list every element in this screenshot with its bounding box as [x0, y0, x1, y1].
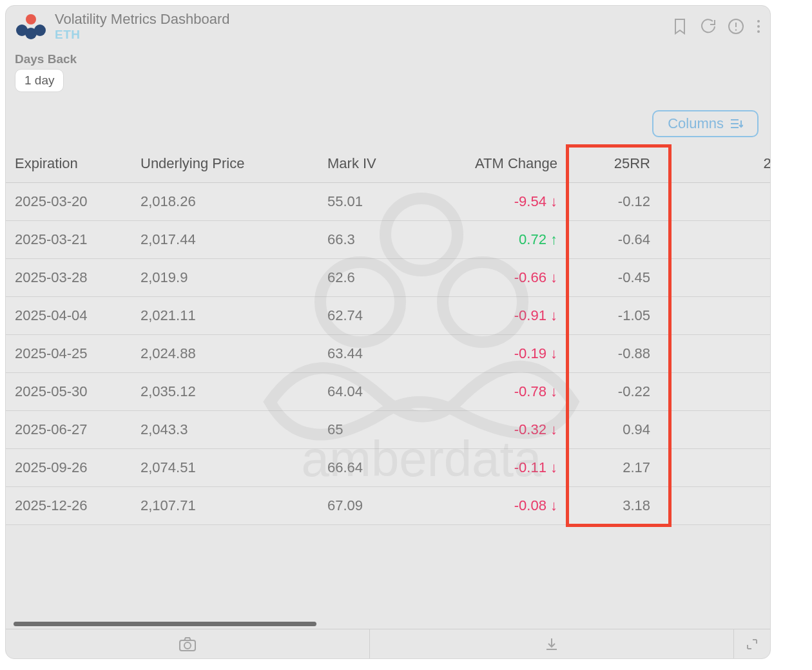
- brand-logo: [15, 12, 47, 41]
- cell-25rr: -0.88: [566, 335, 670, 373]
- columns-button[interactable]: Columns: [652, 110, 759, 137]
- col-header-mark-iv[interactable]: Mark IV: [318, 145, 450, 183]
- cell-expiration: 2025-09-26: [6, 449, 131, 487]
- screenshot-button[interactable]: [6, 629, 370, 658]
- svg-point-9: [757, 30, 760, 33]
- svg-point-0: [26, 14, 36, 24]
- cell-mark-iv: 55.01: [318, 183, 450, 221]
- columns-button-label: Columns: [668, 115, 724, 132]
- cell-mark-iv: 67.09: [318, 487, 450, 525]
- cell-underlying: 2,019.9: [131, 259, 318, 297]
- cell-25rr-change: 0.61: [670, 487, 770, 525]
- col-header-25rr[interactable]: 25RR: [566, 145, 670, 183]
- cell-mark-iv: 66.64: [318, 449, 450, 487]
- table-row[interactable]: 2025-06-272,043.365-0.320.941.08: [6, 411, 770, 449]
- dashboard-panel: Volatility Metrics Dashboard ETH Days Ba…: [5, 5, 771, 659]
- cell-underlying: 2,018.26: [131, 183, 318, 221]
- cell-expiration: 2025-03-28: [6, 259, 131, 297]
- cell-25rr-change: 0.55: [670, 297, 770, 335]
- cell-mark-iv: 63.44: [318, 335, 450, 373]
- page-title: Volatility Metrics Dashboard: [55, 11, 229, 28]
- cell-atm-change: -9.54: [450, 183, 566, 221]
- cell-mark-iv: 65: [318, 411, 450, 449]
- svg-point-6: [735, 29, 737, 30]
- cell-mark-iv: 64.04: [318, 373, 450, 411]
- cell-expiration: 2025-06-27: [6, 411, 131, 449]
- alert-icon[interactable]: [728, 18, 744, 35]
- table-row[interactable]: 2025-03-212,017.4466.30.72-0.642.64: [6, 221, 770, 259]
- cell-underlying: 2,021.11: [131, 297, 318, 335]
- cell-expiration: 2025-03-21: [6, 221, 131, 259]
- svg-point-7: [757, 20, 760, 23]
- bookmark-icon[interactable]: [672, 18, 688, 35]
- col-header-expiration[interactable]: Expiration: [6, 145, 131, 183]
- cell-25rr-change: 1.07: [670, 335, 770, 373]
- cell-underlying: 2,074.51: [131, 449, 318, 487]
- cell-25rr: 0.94: [566, 411, 670, 449]
- cell-25rr: 3.18: [566, 487, 670, 525]
- days-back-label: Days Back: [15, 52, 761, 66]
- cell-underlying: 2,043.3: [131, 411, 318, 449]
- cell-25rr-change: 1.08: [670, 411, 770, 449]
- table-row[interactable]: 2025-12-262,107.7167.09-0.083.180.61: [6, 487, 770, 525]
- col-header-25rr-ch[interactable]: 25RR Ch: [670, 145, 770, 183]
- svg-point-3: [34, 24, 46, 36]
- cell-atm-change: -0.32: [450, 411, 566, 449]
- footer-toolbar: [6, 629, 770, 658]
- svg-point-8: [757, 25, 760, 28]
- svg-point-18: [184, 642, 191, 649]
- cell-mark-iv: 62.74: [318, 297, 450, 335]
- panel-header: Volatility Metrics Dashboard ETH: [6, 6, 770, 52]
- filter-bar: Days Back 1 day: [6, 52, 770, 97]
- cell-mark-iv: 66.3: [318, 221, 450, 259]
- cell-atm-change: 0.72: [450, 221, 566, 259]
- cell-atm-change: -0.11: [450, 449, 566, 487]
- cell-25rr: -0.64: [566, 221, 670, 259]
- cell-25rr-change: 2.64: [670, 221, 770, 259]
- cell-expiration: 2025-05-30: [6, 373, 131, 411]
- cell-mark-iv: 62.6: [318, 259, 450, 297]
- table-row[interactable]: 2025-05-302,035.1264.04-0.78-0.221.00: [6, 373, 770, 411]
- cell-25rr-change: 1.00: [670, 373, 770, 411]
- cell-25rr-change: 0.52: [670, 449, 770, 487]
- cell-underlying: 2,107.71: [131, 487, 318, 525]
- horizontal-scrollbar[interactable]: [14, 622, 316, 626]
- cell-atm-change: -0.91: [450, 297, 566, 335]
- cell-atm-change: -0.78: [450, 373, 566, 411]
- cell-expiration: 2025-12-26: [6, 487, 131, 525]
- cell-expiration: 2025-03-20: [6, 183, 131, 221]
- cell-atm-change: -0.66: [450, 259, 566, 297]
- cell-25rr: -0.12: [566, 183, 670, 221]
- cell-expiration: 2025-04-04: [6, 297, 131, 335]
- cell-25rr: -1.05: [566, 297, 670, 335]
- download-button[interactable]: [370, 629, 734, 658]
- table-row[interactable]: 2025-09-262,074.5166.64-0.112.170.52: [6, 449, 770, 487]
- col-header-atm-change[interactable]: ATM Change: [450, 145, 566, 183]
- asset-symbol: ETH: [55, 28, 229, 42]
- table-row[interactable]: 2025-04-252,024.8863.44-0.19-0.881.07: [6, 335, 770, 373]
- cell-atm-change: -0.19: [450, 335, 566, 373]
- cell-expiration: 2025-04-25: [6, 335, 131, 373]
- cell-25rr-change: 2.43: [670, 183, 770, 221]
- table-row[interactable]: 2025-03-282,019.962.6-0.66-0.451.21: [6, 259, 770, 297]
- more-menu-icon[interactable]: [756, 18, 761, 35]
- cell-25rr: -0.45: [566, 259, 670, 297]
- cell-25rr: 2.17: [566, 449, 670, 487]
- cell-underlying: 2,024.88: [131, 335, 318, 373]
- table-row[interactable]: 2025-03-202,018.2655.01-9.54-0.122.43: [6, 183, 770, 221]
- refresh-icon[interactable]: [699, 18, 716, 35]
- vol-metrics-table: ExpirationUnderlying PriceMark IVATM Cha…: [6, 145, 770, 525]
- cell-underlying: 2,017.44: [131, 221, 318, 259]
- table-row[interactable]: 2025-04-042,021.1162.74-0.91-1.050.55: [6, 297, 770, 335]
- cell-25rr-change: 1.21: [670, 259, 770, 297]
- cell-25rr: -0.22: [566, 373, 670, 411]
- cell-atm-change: -0.08: [450, 487, 566, 525]
- col-header-underlying-price[interactable]: Underlying Price: [131, 145, 318, 183]
- days-back-select[interactable]: 1 day: [15, 69, 64, 92]
- cell-underlying: 2,035.12: [131, 373, 318, 411]
- expand-button[interactable]: [734, 629, 770, 658]
